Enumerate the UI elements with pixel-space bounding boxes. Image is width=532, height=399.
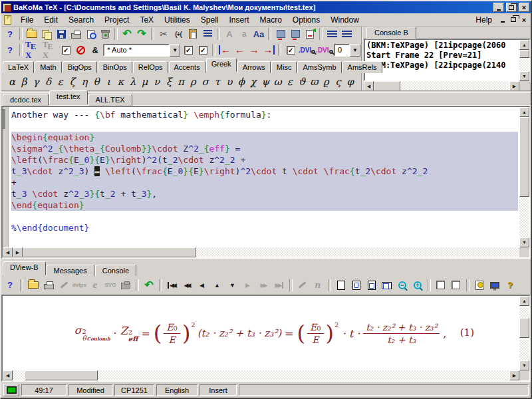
greek-letter-4[interactable]: ε: [57, 76, 65, 88]
code-line[interactable]: \end{equation}: [11, 200, 518, 211]
editor-code[interactable]: Another way --- {\bf mathematical} \emph…: [9, 107, 519, 247]
symbol-tab-binops[interactable]: BinOps: [98, 61, 132, 73]
menu-utilities[interactable]: Utilities: [159, 14, 196, 26]
preview-hscrollbar[interactable]: ◀ ▶: [3, 370, 519, 380]
goto-page-button[interactable]: n: [311, 279, 325, 292]
run-tex-button[interactable]: TEX: [25, 43, 41, 57]
menu-insert[interactable]: Insert: [223, 14, 254, 26]
delete-button[interactable]: [98, 27, 112, 41]
open-button[interactable]: [25, 27, 39, 41]
scrollbar-thumb[interactable]: [25, 370, 98, 380]
greek-letter-11[interactable]: μ: [141, 76, 149, 88]
symbol-tab-relops[interactable]: RelOps: [133, 61, 168, 73]
greek-letter-9[interactable]: κ: [116, 76, 124, 88]
code-line[interactable]: t_3 \cdot z^2_3}{t_2 + t_3},: [11, 188, 518, 200]
code-line[interactable]: [11, 120, 518, 132]
editor-tab-test-tex[interactable]: test.tex: [49, 90, 87, 104]
dvi-forward-search-button[interactable]: .DVI: [299, 43, 315, 57]
insert-break-button[interactable]: [303, 27, 317, 41]
tex-help-button[interactable]: ?: [3, 43, 17, 57]
code-line[interactable]: \left(\frac{E_0}{E}\right)^2(t_2\cdot z^…: [11, 154, 518, 166]
symbol-tab-latex[interactable]: LaTeX: [3, 61, 34, 73]
scroll-down-page-button[interactable]: ▼: [227, 279, 240, 292]
last-error-button[interactable]: →: [262, 43, 275, 57]
symbol-tab-misc[interactable]: Misc: [271, 61, 297, 73]
console-hscrollbar[interactable]: ◀ ▶: [364, 81, 519, 91]
greek-letter-16[interactable]: σ: [201, 76, 209, 88]
dview-print-button[interactable]: [42, 279, 55, 292]
console-vscrollbar[interactable]: ▲ ▼: [519, 40, 529, 81]
scrollbar-thumb[interactable]: [519, 117, 529, 197]
insert-math-button[interactable]: [172, 27, 185, 41]
symbol-tab-math[interactable]: Math: [35, 61, 61, 73]
greek-letter-22[interactable]: ω: [273, 76, 281, 88]
symbol-tab-bigops[interactable]: BigOps: [63, 61, 97, 73]
export-html-button[interactable]: e: [88, 279, 102, 292]
abort-button[interactable]: [74, 43, 87, 57]
greek-letter-28[interactable]: φ: [346, 76, 354, 88]
export-ps-button[interactable]: [57, 279, 70, 292]
symbol-tab-amsrels[interactable]: AmsRels: [342, 61, 382, 73]
greek-letter-1[interactable]: β: [20, 76, 28, 88]
prev-paragraph-button[interactable]: [274, 27, 287, 41]
greek-letter-5[interactable]: ζ: [68, 76, 76, 88]
page-number-value[interactable]: 0: [334, 44, 350, 57]
greek-letter-15[interactable]: ρ: [189, 76, 197, 88]
editor-vscrollbar[interactable]: ▲ ▼: [519, 107, 529, 247]
greek-letter-7[interactable]: θ: [92, 76, 100, 88]
greek-letter-8[interactable]: ι: [104, 76, 112, 88]
code-line[interactable]: \sigma^2_{\theta_{Coulomb}}\cdot Z^2_{ef…: [11, 143, 518, 154]
menu-window[interactable]: Window: [325, 14, 364, 26]
menu-help[interactable]: Help: [470, 14, 497, 26]
document-options-button[interactable]: [473, 279, 486, 292]
justify-right-button[interactable]: [340, 27, 353, 41]
tab-console-b[interactable]: Console B: [366, 27, 416, 39]
scrollbar-track[interactable]: [519, 50, 529, 71]
menu-spell[interactable]: Spell: [196, 14, 224, 26]
restore-button[interactable]: [506, 3, 517, 12]
pointer-tool-button[interactable]: [296, 279, 309, 292]
export-image-button[interactable]: [119, 279, 132, 292]
greek-letter-17[interactable]: τ: [213, 76, 221, 88]
back-button[interactable]: [142, 279, 156, 292]
chevron-down-icon[interactable]: ▼: [170, 44, 180, 57]
justify-left-button[interactable]: [325, 27, 338, 41]
greek-letter-23[interactable]: ε: [286, 76, 294, 88]
sort-lines-button[interactable]: [201, 27, 214, 41]
scrollbar-track[interactable]: [13, 370, 509, 380]
minimize-button[interactable]: [493, 3, 504, 12]
close-button[interactable]: ×: [519, 3, 529, 12]
redo-button[interactable]: [135, 27, 148, 41]
next-fast-button[interactable]: ▶▶: [257, 279, 271, 292]
dview-help-button[interactable]: ?: [3, 279, 17, 292]
greek-letter-2[interactable]: γ: [32, 76, 40, 88]
greek-letter-10[interactable]: λ: [129, 76, 137, 88]
greek-letter-27[interactable]: ς: [334, 76, 342, 88]
scroll-up-icon[interactable]: ▲: [519, 107, 529, 117]
display-setup-button[interactable]: [488, 279, 501, 292]
mdi-minimize-button[interactable]: [497, 15, 508, 25]
scroll-up-icon[interactable]: ▲: [519, 296, 529, 306]
scroll-up-page-button[interactable]: ▲: [211, 279, 225, 292]
editor-tab-dcdoc-tex[interactable]: dcdoc.tex: [3, 94, 49, 106]
context-help-button[interactable]: ?: [503, 279, 517, 292]
greek-letter-18[interactable]: υ: [225, 76, 233, 88]
scroll-up-icon[interactable]: ▲: [519, 40, 529, 50]
first-page-button[interactable]: ◀◀: [166, 279, 179, 292]
copy-files-button[interactable]: [40, 27, 53, 41]
next-paragraph-button[interactable]: [289, 27, 302, 41]
ampersand-button[interactable]: &: [88, 43, 102, 57]
first-error-button[interactable]: ←: [218, 43, 231, 57]
help-button[interactable]: ?: [3, 27, 17, 41]
menu-edit[interactable]: Edit: [39, 14, 63, 26]
greek-letter-12[interactable]: ν: [153, 76, 161, 88]
symbol-tab-greek[interactable]: Greek: [206, 58, 237, 72]
editor-pane[interactable]: Another way --- {\bf mathematical} \emph…: [1, 106, 531, 259]
symbol-tab-amssymb[interactable]: AmsSymb: [297, 61, 341, 73]
option-checkbox-2[interactable]: [196, 43, 209, 57]
scroll-right-icon[interactable]: ▶: [13, 247, 23, 257]
preview-vscrollbar[interactable]: ▲ ▼: [519, 296, 529, 370]
greek-letter-3[interactable]: δ: [44, 76, 52, 88]
code-line[interactable]: t_3\cdot z^2_3) = \left(\frac{E_0}{E}\ri…: [11, 166, 518, 177]
code-line[interactable]: [11, 211, 518, 222]
